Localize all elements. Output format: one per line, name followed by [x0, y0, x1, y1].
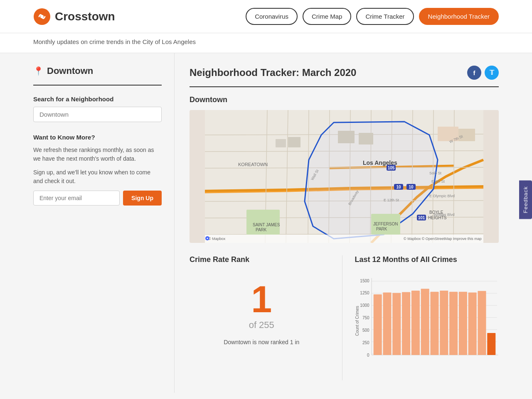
- pin-icon: 📍: [33, 66, 44, 76]
- svg-text:101: 101: [418, 215, 425, 220]
- svg-text:E 12th St: E 12th St: [384, 198, 399, 202]
- svg-rect-83: [468, 292, 476, 355]
- svg-text:SAINT JAMES: SAINT JAMES: [253, 223, 280, 227]
- svg-point-1: [40, 15, 44, 18]
- svg-rect-23: [288, 137, 300, 147]
- svg-text:PARK: PARK: [376, 227, 387, 231]
- main-layout: 📍 Downtown Search for a Neighborhood Wan…: [0, 53, 532, 393]
- svg-rect-22: [276, 139, 286, 147]
- svg-text:E Olympic Blvd: E Olympic Blvd: [429, 194, 455, 198]
- svg-rect-78: [421, 289, 429, 355]
- sidebar: 📍 Downtown Search for a Neighborhood Wan…: [33, 53, 175, 393]
- svg-rect-76: [402, 292, 410, 355]
- svg-rect-80: [440, 291, 448, 355]
- svg-rect-77: [411, 291, 419, 355]
- svg-rect-84: [478, 291, 486, 355]
- twitter-button[interactable]: 𝕋: [485, 66, 499, 80]
- stats-row: Crime Rate Rank 1 of 255 Downtown is now…: [190, 255, 499, 380]
- svg-rect-25: [359, 133, 373, 144]
- svg-text:JEFFERSON: JEFFERSON: [373, 222, 398, 226]
- svg-text:105: 105: [388, 166, 395, 170]
- email-input[interactable]: [33, 191, 120, 206]
- logo-icon: [33, 8, 51, 25]
- feedback-tab[interactable]: Feedback: [519, 180, 532, 219]
- subtitle-bar: Monthly updates on crime trends in the C…: [0, 33, 532, 53]
- sidebar-neighborhood-name: Downtown: [47, 66, 93, 76]
- content-divider: [190, 86, 499, 87]
- sidebar-neighborhood-heading: 📍 Downtown: [33, 66, 162, 76]
- svg-rect-24: [338, 131, 355, 143]
- want-more-label: Want to Know More?: [33, 134, 162, 141]
- svg-text:10: 10: [409, 185, 414, 189]
- svg-text:PARK: PARK: [256, 228, 267, 232]
- content-title: Neighborhood Tracker: March 2020: [190, 67, 356, 78]
- svg-text:© Mapbox © OpenStreetMap  Impr: © Mapbox © OpenStreetMap Improve this ma…: [404, 237, 482, 241]
- bar-chart: 1500 1250 1000 750 500 250 0 Count of Cr…: [355, 271, 499, 379]
- svg-rect-82: [458, 292, 467, 355]
- search-input[interactable]: [33, 107, 162, 122]
- nav-coronavirus[interactable]: Coronavirus: [246, 8, 298, 25]
- svg-text:750: 750: [362, 316, 369, 320]
- chart-col: Last 12 Months of All Crimes 1500 1250 1…: [342, 255, 499, 380]
- svg-rect-81: [449, 292, 458, 355]
- email-row: Sign Up: [33, 191, 162, 206]
- want-more-text2: Sign up, and we'll let you know when to …: [33, 168, 162, 186]
- nav-crime-map[interactable]: Crime Map: [303, 8, 351, 25]
- svg-text:Whittier Blvd: Whittier Blvd: [433, 213, 455, 217]
- map-container: KOREATOWN Los Angeles BOYLE HEIGHTS SAIN…: [190, 110, 499, 243]
- map-svg: KOREATOWN Los Angeles BOYLE HEIGHTS SAIN…: [190, 110, 499, 243]
- svg-text:10: 10: [396, 185, 401, 189]
- rank-number: 1: [190, 281, 334, 318]
- nav-crime-tracker[interactable]: Crime Tracker: [356, 8, 414, 25]
- rank-of: of 255: [190, 320, 334, 330]
- svg-text:1250: 1250: [360, 291, 369, 295]
- crime-rate-rank-title: Crime Rate Rank: [190, 255, 334, 264]
- sidebar-divider: [33, 85, 162, 86]
- logo-text: Crosstown: [55, 10, 115, 23]
- svg-text:E 4th St: E 4th St: [431, 179, 445, 184]
- chart-title: Last 12 Months of All Crimes: [355, 255, 499, 264]
- subtitle-text: Monthly updates on crime trends in the C…: [33, 38, 196, 45]
- content-main: Neighborhood Tracker: March 2020 f 𝕋 Dow…: [175, 53, 499, 393]
- svg-rect-74: [383, 292, 391, 355]
- content-neighborhood-name: Downtown: [190, 95, 499, 104]
- rank-description: Downtown is now ranked 1 in: [190, 339, 334, 345]
- svg-text:1500: 1500: [360, 279, 369, 283]
- signup-button[interactable]: Sign Up: [123, 191, 162, 206]
- svg-text:Solo St: Solo St: [429, 171, 442, 175]
- header: Crosstown Coronavirus Crime Map Crime Tr…: [0, 0, 532, 33]
- svg-text:1000: 1000: [360, 303, 369, 308]
- social-icons: f 𝕋: [467, 66, 499, 80]
- svg-text:© Mapbox: © Mapbox: [208, 237, 226, 241]
- svg-text:Count of Crimes: Count of Crimes: [355, 306, 360, 336]
- svg-rect-79: [430, 292, 438, 355]
- svg-text:500: 500: [362, 328, 369, 333]
- logo[interactable]: Crosstown: [33, 8, 115, 25]
- facebook-button[interactable]: f: [467, 66, 481, 80]
- crime-rate-rank-col: Crime Rate Rank 1 of 255 Downtown is now…: [190, 255, 342, 380]
- nav-neighborhood-tracker[interactable]: Neighborhood Tracker: [419, 8, 499, 25]
- chart-wrapper: 1500 1250 1000 750 500 250 0 Count of Cr…: [355, 271, 499, 380]
- want-more-text1: We refresh these rankings monthly, as so…: [33, 146, 162, 163]
- svg-text:250: 250: [362, 340, 369, 345]
- svg-text:KOREATOWN: KOREATOWN: [238, 162, 268, 167]
- svg-rect-85: [487, 333, 495, 355]
- content-header: Neighborhood Tracker: March 2020 f 𝕋: [190, 66, 499, 80]
- svg-text:0: 0: [367, 353, 369, 358]
- main-nav: Coronavirus Crime Map Crime Tracker Neig…: [246, 8, 499, 25]
- svg-rect-75: [392, 293, 401, 355]
- search-label: Search for a Neighborhood: [33, 95, 162, 103]
- svg-rect-73: [373, 294, 382, 355]
